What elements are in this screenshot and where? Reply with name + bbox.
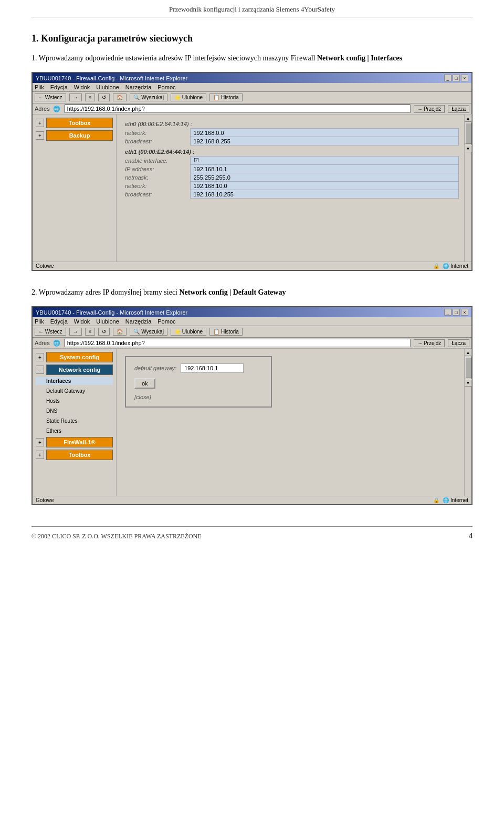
network-value-1: 192.168.0.0: [190, 129, 459, 137]
toolbox2-item: + Toolbox: [36, 450, 113, 460]
menu-pomoc[interactable]: Pomoc: [158, 84, 175, 90]
systemconfig-item: + System config: [36, 352, 113, 362]
defaultgateway-subitem[interactable]: Default Gateway: [36, 387, 113, 395]
history-button-2[interactable]: 📋 Historia: [209, 328, 243, 336]
lock-icon-2: 🔒: [433, 497, 439, 503]
forward-button-2[interactable]: →: [69, 328, 82, 336]
systemconfig-button[interactable]: System config: [46, 352, 113, 362]
menu2-ulubione[interactable]: Ulubione: [96, 318, 119, 325]
menu2-plik[interactable]: Plik: [35, 318, 44, 325]
toolbox-expand-button[interactable]: +: [36, 119, 44, 127]
network-value-2: 192.168.10.0: [190, 182, 459, 190]
network-config-table: eth0 (00:00:E2:64:14:14) : network: 192.…: [122, 119, 459, 199]
links-button[interactable]: Łącza: [448, 105, 469, 113]
gateway-dialog: default gateway: ok [close]: [125, 356, 272, 408]
address-input-2[interactable]: https://192.168.0.1/index.php?: [65, 339, 411, 347]
page-footer: © 2002 CLICO SP. Z O.O. WSZELKIE PRAWA Z…: [32, 526, 472, 546]
interfaces-subitem[interactable]: Interfaces: [36, 377, 113, 385]
hosts-subitem[interactable]: Hosts: [36, 397, 113, 405]
broadcast-row-1: broadcast: 192.168.0.255: [122, 137, 459, 145]
scroll-up-button[interactable]: ▲: [465, 114, 472, 122]
gateway-label: default gateway:: [134, 365, 176, 371]
links-button-2[interactable]: Łącza: [448, 339, 469, 347]
broadcast-label-2: broadcast:: [122, 190, 190, 199]
back-button-2[interactable]: ← Wstecz: [35, 328, 66, 336]
browser-window-1: YBUU001740 - Firewall-Config - Microsoft…: [32, 72, 472, 271]
network-label-1: network:: [122, 129, 190, 137]
menu2-pomoc[interactable]: Pomoc: [158, 318, 175, 325]
back-button[interactable]: ← Wstecz: [35, 93, 66, 101]
gateway-row: default gateway:: [134, 363, 262, 373]
minimize-button-2[interactable]: _: [444, 309, 452, 316]
scroll-thumb[interactable]: [465, 123, 471, 144]
scroll-down-button-2[interactable]: ▼: [465, 379, 472, 387]
forward-button[interactable]: →: [69, 93, 82, 101]
firewall-button[interactable]: FireWall-1®: [46, 437, 113, 447]
close-button[interactable]: ×: [461, 75, 468, 81]
address-label: Adres: [35, 106, 50, 112]
minimize-button[interactable]: _: [444, 75, 452, 81]
networkconfig-collapse[interactable]: −: [36, 366, 44, 374]
section2-bold: Network config | Default Gateway: [179, 288, 286, 296]
scroll-thumb-2[interactable]: [465, 357, 471, 378]
go-button[interactable]: → Przejdź: [414, 105, 445, 113]
maximize-button[interactable]: □: [453, 75, 460, 81]
address-input[interactable]: https://192.168.0.1/index.php?: [65, 105, 411, 113]
browser2-sidebar: + System config − Network config Interfa…: [33, 349, 117, 496]
favorites-button-2[interactable]: ⭐ Ulubione: [171, 328, 206, 336]
toolbox-button[interactable]: Toolbox: [46, 118, 113, 128]
eth0-label: eth0 (00:00:E2:64:14:14) :: [122, 119, 459, 129]
dns-subitem[interactable]: DNS: [36, 407, 113, 415]
broadcast-value-2: 192.168.10.255: [190, 190, 459, 199]
menu-widok[interactable]: Widok: [74, 84, 90, 90]
systemconfig-expand[interactable]: +: [36, 353, 44, 361]
networkconfig-button[interactable]: Network config: [46, 364, 113, 375]
maximize-button-2[interactable]: □: [453, 309, 460, 316]
browser1-menubar: Plik Edycja Widok Ulubione Narzędzia Pom…: [33, 83, 471, 92]
menu-ulubione[interactable]: Ulubione: [96, 84, 119, 90]
go-button-2[interactable]: → Przejdź: [414, 339, 445, 347]
internet-zone-2: 🌐 Internet: [443, 497, 468, 503]
toolbox2-expand[interactable]: +: [36, 451, 44, 459]
scroll-up-button-2[interactable]: ▲: [465, 349, 472, 356]
stop-button-2[interactable]: ×: [85, 328, 96, 336]
home-button-2[interactable]: 🏠: [113, 328, 127, 336]
menu-edycja[interactable]: Edycja: [50, 84, 68, 90]
backup-button[interactable]: Backup: [46, 130, 113, 141]
stop-button[interactable]: ×: [85, 93, 96, 101]
history-button[interactable]: 📋 Historia: [209, 93, 243, 101]
ip-row: IP address: 192.168.10.1: [122, 165, 459, 173]
netmask-label: netmask:: [122, 173, 190, 182]
browser1-main: eth0 (00:00:E2:64:14:14) : network: 192.…: [117, 114, 464, 262]
toolbox2-button[interactable]: Toolbox: [46, 450, 113, 460]
broadcast-label-1: broadcast:: [122, 137, 190, 145]
menu2-widok[interactable]: Widok: [74, 318, 90, 325]
browser1-titlebar: YBUU001740 - Firewall-Config - Microsoft…: [33, 73, 471, 83]
search-toolbar-button[interactable]: 🔍 Wyszukaj: [130, 93, 167, 101]
browser2-addressbar: Adres 🌐 https://192.168.0.1/index.php? →…: [33, 338, 471, 349]
scroll-down-button[interactable]: ▼: [465, 145, 472, 152]
network-label-2: network:: [122, 182, 190, 190]
browser2-title-buttons: _ □ ×: [444, 309, 468, 316]
home-button[interactable]: 🏠: [113, 93, 127, 101]
broadcast-value-1: 192.168.0.255: [190, 137, 459, 145]
ethers-subitem[interactable]: Ethers: [36, 427, 113, 435]
search-toolbar-button-2[interactable]: 🔍 Wyszukaj: [130, 328, 167, 336]
backup-expand-button[interactable]: +: [36, 131, 44, 140]
internet-zone: 🌐 Internet: [443, 263, 468, 269]
gateway-close-link[interactable]: [close]: [134, 394, 151, 400]
browser2-statusbar: Gotowe 🔒 🌐 Internet: [33, 496, 471, 504]
gateway-input[interactable]: [181, 363, 244, 373]
refresh-button-2[interactable]: ↺: [98, 328, 110, 336]
firewall-expand[interactable]: +: [36, 438, 44, 446]
favorites-button[interactable]: ⭐ Ulubione: [171, 93, 206, 101]
refresh-button[interactable]: ↺: [98, 93, 110, 101]
netmask-value: 255.255.255.0: [190, 173, 459, 182]
menu-plik[interactable]: Plik: [35, 84, 44, 90]
menu2-edycja[interactable]: Edycja: [50, 318, 68, 325]
staticroutes-subitem[interactable]: Static Routes: [36, 417, 113, 425]
menu2-narzedzia[interactable]: Narzędzia: [125, 318, 152, 325]
gateway-ok-button[interactable]: ok: [134, 378, 155, 389]
menu-narzedzia[interactable]: Narzędzia: [125, 84, 152, 90]
close-button-2[interactable]: ×: [461, 309, 468, 316]
